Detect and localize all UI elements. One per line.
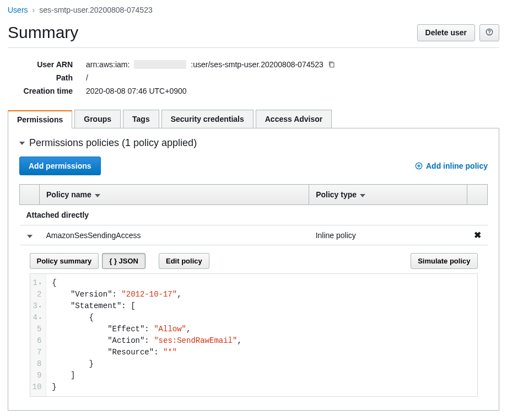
delete-user-button[interactable]: Delete user xyxy=(417,24,475,41)
tab-groups[interactable]: Groups xyxy=(74,110,121,128)
tab-security-credentials[interactable]: Security credentials xyxy=(161,110,254,128)
breadcrumb-separator: › xyxy=(33,6,35,14)
category-label: Attached directly xyxy=(20,205,488,225)
add-permissions-button[interactable]: Add permissions xyxy=(19,157,101,175)
policy-row: AmazonSesSendingAccess Inline policy ✖ xyxy=(20,225,488,245)
json-editor: 12345678910 { "Version": "2012-10-17", "… xyxy=(30,273,478,397)
add-inline-label: Add inline policy xyxy=(426,161,488,170)
col-policy-name[interactable]: Policy name xyxy=(40,185,309,205)
user-arn-label: User ARN xyxy=(14,60,86,69)
help-icon xyxy=(486,28,493,36)
edit-policy-button[interactable]: Edit policy xyxy=(159,253,209,269)
policy-type-cell: Inline policy xyxy=(309,225,467,245)
caret-down-icon xyxy=(19,142,25,145)
path-value: / xyxy=(86,73,88,82)
copy-icon[interactable] xyxy=(328,61,336,68)
breadcrumb-users-link[interactable]: Users xyxy=(8,6,28,14)
policies-table: Policy name Policy type Attached directl… xyxy=(19,184,488,399)
expand-caret-icon[interactable] xyxy=(27,235,33,238)
path-label: Path xyxy=(14,73,86,82)
sort-caret-icon xyxy=(360,194,365,197)
help-button[interactable] xyxy=(479,24,499,41)
svg-rect-2 xyxy=(330,63,334,67)
user-arn-value: arn:aws:iam::user/ses-smtp-user.20200808… xyxy=(86,60,336,69)
permissions-section-header[interactable]: Permissions policies (1 policy applied) xyxy=(19,137,488,149)
breadcrumb-current: ses-smtp-user.20200808-074523 xyxy=(39,6,152,14)
arn-suffix: :user/ses-smtp-user.20200808-074523 xyxy=(191,60,323,69)
breadcrumb: Users › ses-smtp-user.20200808-074523 xyxy=(8,6,499,14)
json-button[interactable]: { } JSON xyxy=(102,253,145,269)
tab-tags[interactable]: Tags xyxy=(123,110,159,128)
policy-summary-button[interactable]: Policy summary xyxy=(30,253,99,269)
permissions-section-title: Permissions policies (1 policy applied) xyxy=(29,137,197,149)
col-remove xyxy=(467,185,488,205)
editor-code[interactable]: { "Version": "2012-10-17", "Statement": … xyxy=(46,274,247,396)
add-inline-policy-link[interactable]: Add inline policy xyxy=(415,161,488,170)
plus-circle-icon xyxy=(415,162,423,170)
tab-access-advisor[interactable]: Access Advisor xyxy=(256,110,332,128)
sort-caret-icon xyxy=(95,194,100,197)
creation-time-label: Creation time xyxy=(14,87,86,95)
arn-prefix: arn:aws:iam: xyxy=(86,60,130,69)
svg-point-1 xyxy=(489,33,489,34)
category-row: Attached directly xyxy=(20,205,488,225)
editor-gutter: 12345678910 xyxy=(30,274,47,396)
arn-redacted xyxy=(134,60,186,69)
col-expand xyxy=(20,185,40,205)
simulate-policy-button[interactable]: Simulate policy xyxy=(411,253,477,269)
creation-time-value: 2020-08-08 07:46 UTC+0900 xyxy=(86,87,187,95)
remove-policy-icon[interactable]: ✖ xyxy=(474,230,481,240)
tabs-bar: Permissions Groups Tags Security credent… xyxy=(8,110,499,128)
page-title: Summary xyxy=(8,23,78,42)
policy-detail-row: Policy summary { } JSON Edit policy Simu… xyxy=(20,245,488,400)
policy-name-cell[interactable]: AmazonSesSendingAccess xyxy=(40,225,309,245)
tab-permissions[interactable]: Permissions xyxy=(8,110,72,128)
col-policy-type[interactable]: Policy type xyxy=(309,185,467,205)
